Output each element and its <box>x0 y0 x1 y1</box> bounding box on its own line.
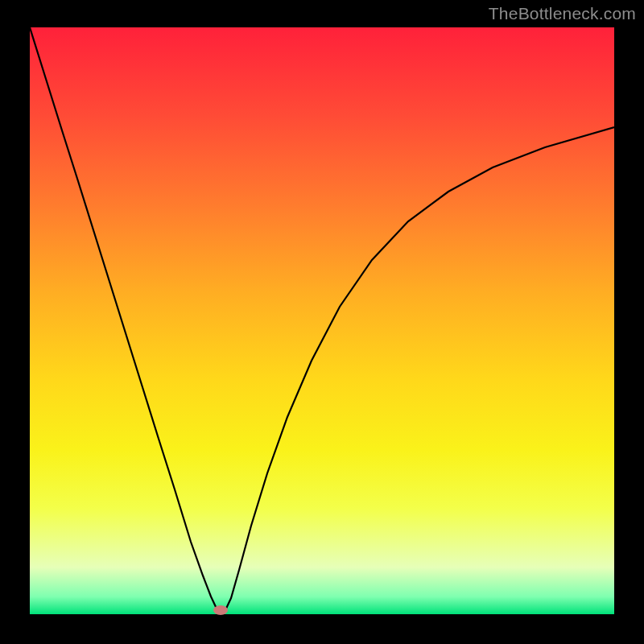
minimum-marker <box>213 605 228 615</box>
curve-path <box>30 27 614 614</box>
bottleneck-curve <box>30 27 614 614</box>
plot-area <box>30 27 614 614</box>
chart-frame: TheBottleneck.com <box>0 0 644 644</box>
watermark-text: TheBottleneck.com <box>489 4 636 23</box>
